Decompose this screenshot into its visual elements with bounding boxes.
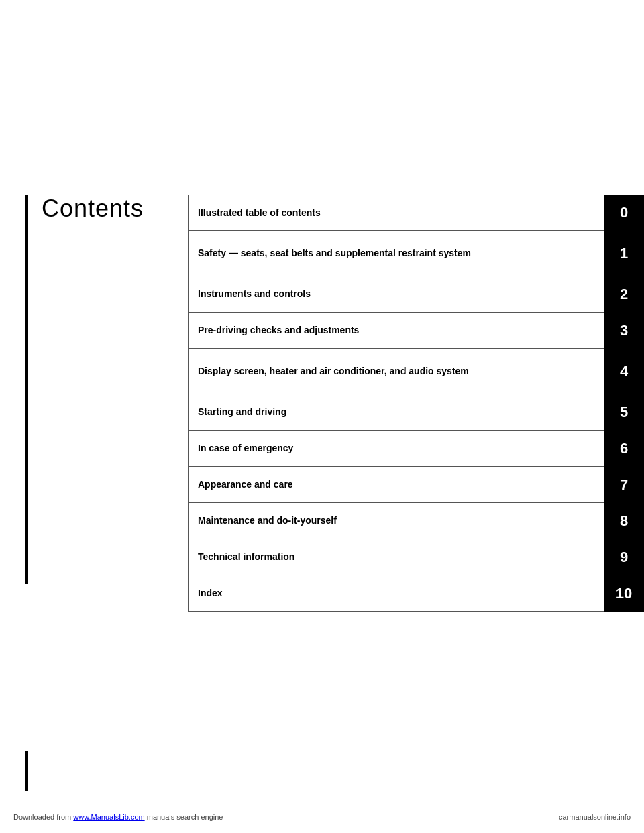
toc-row[interactable]: Maintenance and do-it-yourself8 (188, 503, 644, 539)
toc-number: 5 (604, 394, 644, 431)
left-bar-top (25, 195, 28, 584)
toc-label: Appearance and care (188, 467, 604, 503)
toc-row[interactable]: Display screen, heater and air condition… (188, 349, 644, 394)
toc-row[interactable]: Index10 (188, 575, 644, 612)
page-container: Contents Illustrated table of contents0S… (0, 0, 644, 833)
toc-number: 4 (604, 349, 644, 394)
toc-row[interactable]: Starting and driving5 (188, 394, 644, 431)
toc-row[interactable]: Safety — seats, seat belts and supplemen… (188, 231, 644, 276)
toc-label: Safety — seats, seat belts and supplemen… (188, 231, 604, 276)
left-bar-bottom (25, 751, 28, 791)
toc-number: 8 (604, 503, 644, 539)
toc-row[interactable]: In case of emergency6 (188, 431, 644, 467)
toc-number: 3 (604, 313, 644, 349)
toc-number: 0 (604, 195, 644, 231)
toc-label: Maintenance and do-it-yourself (188, 503, 604, 539)
toc-label: Technical information (188, 539, 604, 575)
page-title: Contents (42, 195, 144, 223)
toc-number: 7 (604, 467, 644, 503)
toc-label: Starting and driving (188, 394, 604, 431)
toc-number: 2 (604, 276, 644, 313)
toc-number: 9 (604, 539, 644, 575)
footer-left-prefix: Downloaded from (13, 813, 73, 821)
toc-number: 10 (604, 575, 644, 612)
toc-label: Index (188, 575, 604, 612)
toc-label: Display screen, heater and air condition… (188, 349, 604, 394)
toc-row[interactable]: Illustrated table of contents0 (188, 195, 644, 231)
toc-row[interactable]: Appearance and care7 (188, 467, 644, 503)
toc-row[interactable]: Pre-driving checks and adjustments3 (188, 313, 644, 349)
toc-label: Instruments and controls (188, 276, 604, 313)
toc-number: 6 (604, 431, 644, 467)
toc-row[interactable]: Instruments and controls2 (188, 276, 644, 313)
footer-right: carmanualsonline.info (559, 813, 631, 821)
toc-label: Pre-driving checks and adjustments (188, 313, 604, 349)
footer-left-suffix: manuals search engine (145, 813, 223, 821)
footer: Downloaded from www.ManualsLib.com manua… (0, 813, 644, 821)
toc-container: Illustrated table of contents0Safety — s… (188, 195, 644, 612)
toc-label: In case of emergency (188, 431, 604, 467)
toc-number: 1 (604, 231, 644, 276)
toc-row[interactable]: Technical information9 (188, 539, 644, 575)
footer-link[interactable]: www.ManualsLib.com (73, 813, 144, 821)
footer-left: Downloaded from www.ManualsLib.com manua… (13, 813, 223, 821)
toc-label: Illustrated table of contents (188, 195, 604, 231)
